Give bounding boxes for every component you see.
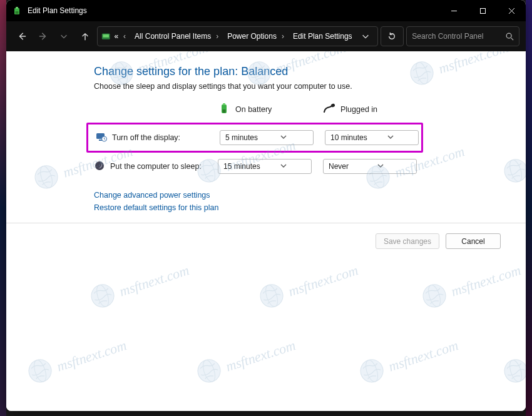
svg-point-42 (420, 282, 448, 310)
svg-point-40 (257, 282, 285, 310)
advanced-settings-link[interactable]: Change advanced power settings (94, 189, 210, 201)
battery-icon (218, 102, 230, 116)
svg-point-46 (26, 357, 54, 385)
svg-point-45 (26, 357, 54, 385)
highlight-box: Turn off the display: 5 minutes 10 minut… (86, 123, 423, 153)
back-button[interactable] (13, 27, 31, 46)
breadcrumb[interactable]: Edit Plan Settings (290, 31, 355, 42)
svg-point-41 (263, 283, 280, 308)
svg-point-36 (88, 282, 116, 310)
watermark: msftnext.com (354, 330, 463, 392)
maximize-button[interactable] (468, 0, 497, 21)
svg-point-55 (501, 357, 526, 385)
save-button: Save changes (376, 233, 439, 249)
svg-point-48 (195, 357, 223, 385)
watermark: msftnext.com (498, 330, 526, 392)
watermark: msftnext.com (23, 330, 131, 392)
svg-point-43 (420, 282, 448, 310)
row-label-sleep: Put the computer to sleep: (94, 160, 207, 173)
svg-point-56 (508, 358, 524, 383)
forward-button[interactable] (34, 27, 53, 46)
chevron-down-icon (377, 162, 412, 171)
sleep-battery-dropdown[interactable]: 15 minutes (218, 159, 312, 174)
monitor-timer-icon (96, 131, 107, 145)
watermark: msftnext.com (192, 330, 300, 392)
svg-point-51 (357, 357, 386, 385)
moon-icon (94, 160, 105, 173)
watermark: msftnext.com (85, 255, 193, 317)
control-panel-icon (101, 31, 110, 42)
window-frame: Edit Plan Settings «‹ All (6, 0, 526, 411)
breadcrumb[interactable]: Power Options› (225, 31, 289, 42)
breadcrumb[interactable]: All Control Panel Items› (132, 31, 223, 42)
svg-rect-1 (16, 7, 18, 9)
svg-point-52 (357, 357, 386, 385)
recent-dropdown-icon[interactable] (55, 27, 74, 46)
close-button[interactable] (497, 0, 526, 21)
watermark: msftnext.com (417, 255, 525, 317)
minimize-button[interactable] (439, 0, 468, 21)
display-plugged-dropdown[interactable]: 10 minutes (325, 130, 419, 145)
display-battery-dropdown[interactable]: 5 minutes (220, 130, 314, 145)
svg-point-44 (426, 283, 442, 308)
svg-rect-8 (223, 103, 225, 105)
page-title: Change settings for the plan: Balanced (94, 65, 513, 78)
column-header-plugged: Plugged in (323, 102, 417, 116)
search-placeholder: Search Control Panel (412, 32, 501, 41)
chevron-down-icon (280, 133, 309, 142)
chevron-down-icon (280, 162, 307, 171)
sleep-plugged-dropdown[interactable]: Never (323, 159, 417, 174)
separator (6, 223, 526, 223)
svg-point-47 (32, 358, 48, 383)
nav-bar: «‹ All Control Panel Items› Power Option… (6, 21, 526, 51)
svg-point-37 (88, 282, 116, 310)
search-icon (505, 32, 514, 41)
svg-rect-2 (16, 11, 19, 14)
svg-rect-9 (223, 109, 226, 113)
address-bar[interactable]: «‹ All Control Panel Items› Power Option… (97, 26, 378, 46)
address-history-dropdown-icon[interactable] (356, 27, 375, 46)
svg-point-49 (195, 357, 223, 385)
page-subtitle: Choose the sleep and display settings th… (94, 82, 513, 91)
svg-rect-3 (480, 8, 485, 13)
up-button[interactable] (76, 27, 95, 46)
title-bar: Edit Plan Settings (6, 0, 526, 21)
content-area: Change settings for the plan: Balanced C… (6, 51, 526, 411)
plug-icon (323, 102, 335, 116)
row-label-display: Turn off the display: (96, 131, 208, 145)
svg-point-14 (95, 161, 104, 170)
svg-point-6 (506, 33, 511, 38)
watermark: msftnext.com (254, 255, 362, 317)
chevron-down-icon (387, 133, 414, 142)
svg-point-54 (501, 357, 526, 385)
refresh-button[interactable] (381, 26, 404, 46)
svg-point-38 (95, 283, 111, 308)
svg-point-39 (257, 282, 285, 310)
restore-defaults-link[interactable]: Restore default settings for this plan (94, 201, 218, 214)
svg-rect-5 (103, 34, 109, 38)
svg-point-53 (364, 358, 380, 383)
cancel-button[interactable]: Cancel (446, 233, 501, 249)
svg-point-50 (201, 358, 217, 383)
column-header-battery: On battery (218, 102, 312, 116)
battery-icon (13, 6, 23, 16)
breadcrumb-overflow[interactable]: «‹ (111, 31, 131, 42)
window-title: Edit Plan Settings (28, 6, 87, 15)
search-input[interactable]: Search Control Panel (406, 26, 519, 46)
